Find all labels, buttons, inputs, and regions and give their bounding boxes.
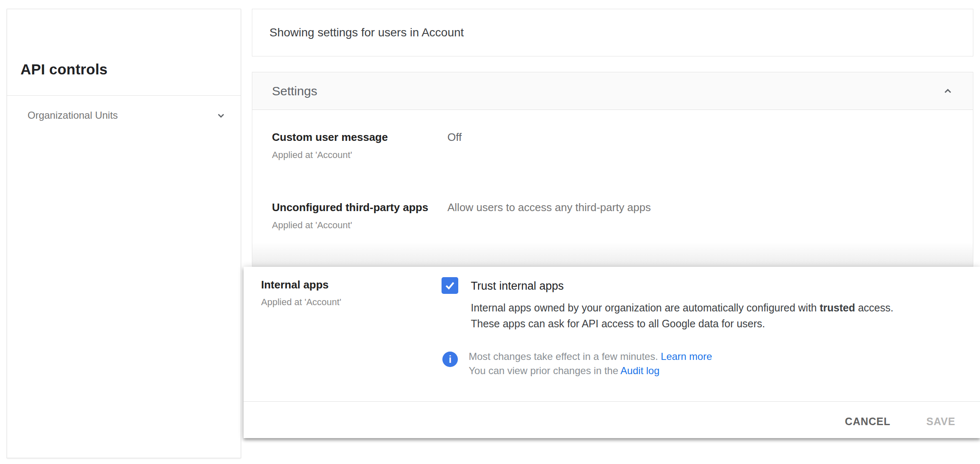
change-propagation-note: Most changes take effect in a few minute…	[469, 349, 712, 378]
setting-value: Off	[447, 130, 462, 144]
setting-name: Internal apps	[261, 278, 329, 291]
description-bold-text: trusted	[820, 302, 855, 314]
audit-log-link[interactable]: Audit log	[620, 365, 659, 376]
checkmark-icon	[444, 279, 456, 292]
divider	[244, 401, 980, 402]
setting-description: Internal apps owned by your organization…	[471, 300, 894, 331]
panel-shadow-fade	[252, 242, 973, 266]
settings-section-header[interactable]: Settings	[252, 72, 973, 110]
setting-applied-at: Applied at 'Account'	[272, 219, 965, 232]
chevron-up-icon[interactable]	[941, 84, 955, 98]
setting-value: Allow users to access any third-party ap…	[447, 200, 651, 214]
setting-row-unconfigured-third-party-apps[interactable]: Unconfigured third-party apps Applied at…	[272, 200, 965, 232]
settings-section-title: Settings	[272, 84, 317, 98]
api-controls-page: API controls Organizational Units Showin…	[0, 0, 980, 464]
description-text: These apps can ask for API access to all…	[471, 316, 894, 331]
internal-apps-edit-panel: Internal apps Applied at 'Account' Trust…	[244, 267, 980, 438]
page-title: API controls	[20, 61, 108, 78]
info-icon: i	[442, 352, 458, 367]
description-text: Internal apps owned by your organization…	[471, 302, 820, 314]
trust-internal-apps-checkbox[interactable]	[442, 277, 458, 294]
note-text: Most changes take effect in a few minute…	[469, 351, 661, 362]
setting-name: Custom user message	[272, 130, 965, 144]
sidebar-item-organizational-units[interactable]: Organizational Units	[7, 96, 241, 135]
settings-card: Settings Custom user message Applied at …	[252, 72, 973, 267]
description-text: access.	[855, 302, 894, 314]
cancel-button[interactable]: CANCEL	[845, 416, 891, 428]
sidebar: API controls Organizational Units	[7, 9, 241, 458]
scope-bar: Showing settings for users in Account	[252, 9, 973, 56]
setting-applied-at: Applied at 'Account'	[261, 297, 341, 308]
setting-row-custom-user-message[interactable]: Custom user message Applied at 'Account'…	[272, 130, 965, 161]
trust-internal-apps-label: Trust internal apps	[471, 280, 564, 293]
save-button[interactable]: SAVE	[927, 416, 955, 428]
scope-text: Showing settings for users in Account	[269, 26, 464, 39]
sidebar-item-label: Organizational Units	[28, 110, 118, 121]
panel-actions: CANCEL SAVE	[845, 408, 955, 435]
setting-applied-at: Applied at 'Account'	[272, 149, 965, 161]
chevron-down-icon[interactable]	[215, 109, 227, 122]
learn-more-link[interactable]: Learn more	[661, 351, 712, 362]
note-text: You can view prior changes in the	[469, 365, 620, 376]
